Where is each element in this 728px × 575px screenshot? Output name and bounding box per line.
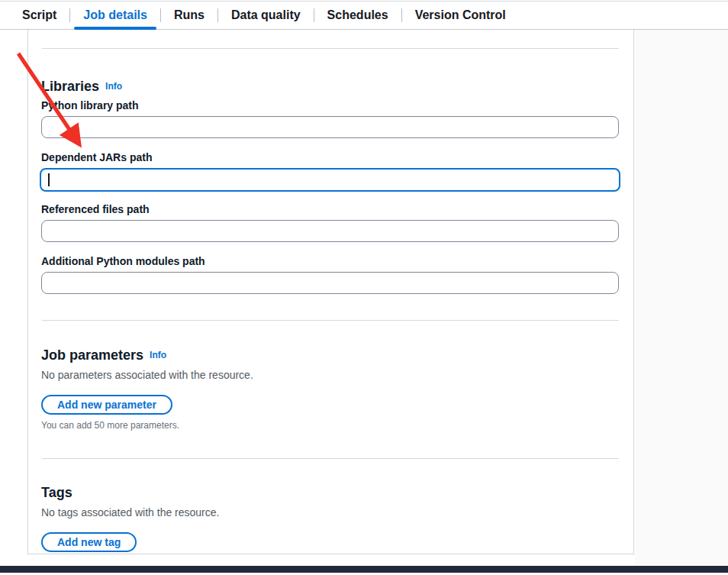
- python-library-path-input[interactable]: [41, 116, 619, 138]
- tags-empty-text: No tags associated with the resource.: [41, 506, 219, 518]
- additional-python-modules-path-label: Additional Python modules path: [41, 255, 205, 267]
- job-parameters-hint-text: You can add 50 more parameters.: [41, 420, 179, 431]
- tab-bar: Script Job details Runs Data quality Sch…: [0, 2, 728, 30]
- add-new-tag-button[interactable]: Add new tag: [41, 532, 137, 552]
- additional-python-modules-path-input[interactable]: [41, 272, 619, 294]
- console-footer-bar: [0, 566, 728, 573]
- referenced-files-path-label: Referenced files path: [41, 203, 150, 215]
- job-parameters-info-link[interactable]: Info: [150, 350, 166, 360]
- section-divider: [42, 320, 619, 321]
- libraries-info-link[interactable]: Info: [105, 81, 122, 92]
- tab-script[interactable]: Script: [9, 2, 69, 29]
- tab-data-quality[interactable]: Data quality: [218, 2, 314, 29]
- section-divider: [42, 48, 619, 49]
- glue-job-details-page: Script Job details Runs Data quality Sch…: [0, 0, 728, 575]
- section-divider: [42, 458, 619, 459]
- job-parameters-title-text: Job parameters: [41, 347, 143, 363]
- tab-job-details[interactable]: Job details: [70, 2, 160, 29]
- tab-schedules[interactable]: Schedules: [314, 2, 401, 29]
- libraries-title-text: Libraries: [41, 79, 99, 94]
- text-cursor: [48, 173, 50, 186]
- python-library-path-label: Python library path: [41, 99, 139, 111]
- add-new-parameter-button[interactable]: Add new parameter: [41, 395, 172, 415]
- job-parameters-empty-text: No parameters associated with the resour…: [41, 369, 253, 381]
- tab-version-control[interactable]: Version Control: [402, 2, 519, 29]
- libraries-heading: LibrariesInfo: [41, 79, 122, 95]
- job-parameters-heading: Job parametersInfo: [41, 347, 166, 363]
- dependent-jars-path-input[interactable]: [40, 168, 620, 192]
- referenced-files-path-input[interactable]: [41, 220, 619, 242]
- tags-heading: Tags: [41, 485, 72, 501]
- dependent-jars-path-label: Dependent JARs path: [41, 151, 152, 163]
- tab-runs[interactable]: Runs: [161, 2, 217, 29]
- right-gutter: [635, 30, 728, 566]
- job-details-panel: LibrariesInfo Python library path Depend…: [27, 30, 634, 554]
